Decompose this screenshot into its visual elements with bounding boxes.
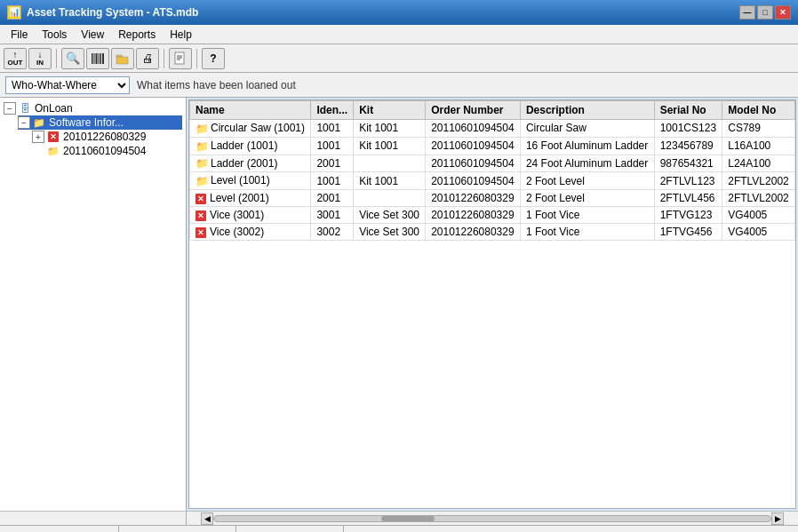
cell-desc: Circular Saw [520, 120, 654, 138]
cell-iden: 2001 [311, 155, 354, 172]
out-button[interactable]: ↑OUT [4, 48, 27, 69]
tree-node-order1[interactable]: + ✕ 20101226080329 [32, 130, 182, 144]
status-overdue: Overdue: 3 / $80.00 [119, 526, 235, 532]
cell-order: 20110601094504 [426, 137, 521, 155]
cell-name: 📁Level (1001) [190, 172, 311, 190]
table-row[interactable]: 📁Circular Saw (1001) 1001 Kit 1001 20110… [190, 120, 795, 138]
cell-iden: 1001 [311, 137, 354, 155]
cell-order: 20110601094504 [426, 120, 521, 138]
cell-serial: 987654321 [654, 155, 722, 172]
in-button[interactable]: ↓IN [28, 48, 52, 69]
error-icon-order1: ✕ [46, 131, 60, 143]
cell-desc: 2 Foot Level [520, 172, 654, 190]
cell-model: 2FTLVL2002 [722, 190, 795, 207]
cell-kit: Vice Set 300 [354, 224, 426, 241]
hscroll-track[interactable] [213, 515, 771, 522]
left-scroll-spacer [0, 512, 187, 525]
hscroll-thumb[interactable] [381, 516, 435, 521]
cell-kit: Vice Set 300 [354, 207, 426, 224]
minimize-button[interactable]: — [739, 5, 755, 20]
cell-iden: 2001 [311, 190, 354, 207]
tree-toggle-root[interactable]: − [4, 102, 16, 115]
status-stock: Stock: 8 / $500.00 [236, 526, 345, 532]
cell-iden: 3001 [311, 207, 354, 224]
col-iden[interactable]: Iden... [311, 101, 354, 120]
title-bar: 📊 Asset Tracking System - ATS.mdb — □ ✕ [0, 0, 798, 25]
error-row-icon: ✕ [196, 227, 206, 238]
cell-serial: 1FTVG456 [654, 224, 722, 241]
table-row[interactable]: ✕Vice (3002) 3002 Vice Set 300 201012260… [190, 224, 795, 241]
cell-serial: 123456789 [654, 137, 722, 155]
menu-reports[interactable]: Reports [111, 27, 163, 43]
cell-kit: Kit 1001 [354, 172, 426, 190]
maximize-button[interactable]: □ [757, 5, 773, 20]
cell-iden: 1001 [311, 172, 354, 190]
right-panel[interactable]: Name Iden... Kit Order Number Descriptio… [188, 99, 796, 509]
cell-kit [354, 190, 426, 207]
tree-toggle-software[interactable]: − [18, 116, 30, 129]
tree-root-node[interactable]: − 🗄 OnLoan [4, 101, 182, 115]
help-button[interactable]: ? [202, 48, 225, 69]
left-panel: − 🗄 OnLoan − 📁 Software Infor... + ✕ [0, 98, 187, 511]
table-row[interactable]: ✕Level (2001) 2001 20101226080329 2 Foot… [190, 190, 795, 207]
menu-view[interactable]: View [74, 27, 111, 43]
table-row[interactable]: 📁Ladder (2001) 2001 20110601094504 24 Fo… [190, 155, 795, 172]
menu-tools[interactable]: Tools [35, 27, 74, 43]
barcode-button[interactable] [86, 48, 109, 69]
cell-model: CS789 [722, 120, 795, 138]
toolbar-separator-1 [56, 49, 57, 68]
search-button[interactable]: 🔍 [61, 48, 84, 69]
tree-toggle-order2[interactable] [32, 145, 44, 157]
tree-toggle-order1[interactable]: + [32, 131, 44, 143]
scroll-right-btn[interactable]: ▶ [771, 512, 784, 525]
svg-rect-7 [116, 57, 128, 64]
tree-children-software: + ✕ 20101226080329 📁 20110601094504 [18, 130, 182, 158]
cell-name: ✕Vice (3002) [190, 224, 311, 241]
cell-model: L16A100 [722, 137, 795, 155]
cell-kit: Kit 1001 [354, 137, 426, 155]
col-kit[interactable]: Kit [354, 101, 426, 120]
toolbar-separator-3 [196, 49, 197, 68]
cell-kit [354, 155, 426, 172]
report-button[interactable] [169, 48, 192, 69]
folder-icon-software: 📁 [32, 116, 46, 129]
print-button[interactable]: 🖨 [136, 48, 159, 69]
table-row[interactable]: 📁Level (1001) 1001 Kit 1001 201106010945… [190, 172, 795, 190]
resize-grip[interactable]: ⠿ [784, 529, 798, 533]
data-table: Name Iden... Kit Order Number Descriptio… [189, 100, 795, 241]
close-button[interactable]: ✕ [775, 5, 791, 20]
cell-model: VG4005 [722, 224, 795, 241]
table-row[interactable]: ✕Vice (3001) 3001 Vice Set 300 201012260… [190, 207, 795, 224]
cell-desc: 2 Foot Level [520, 190, 654, 207]
col-order[interactable]: Order Number [426, 101, 521, 120]
filter-select[interactable]: Who-What-Where By Person By Item By Loca… [5, 76, 130, 94]
open-button[interactable] [111, 48, 134, 69]
svg-rect-2 [96, 53, 98, 64]
main-content: − 🗄 OnLoan − 📁 Software Infor... + ✕ [0, 98, 798, 511]
window-controls: — □ ✕ [739, 5, 791, 20]
scroll-left-btn[interactable]: ◀ [201, 512, 213, 525]
col-desc[interactable]: Description [520, 101, 654, 120]
table-row[interactable]: 📁Ladder (1001) 1001 Kit 1001 20110601094… [190, 137, 795, 155]
cell-model: L24A100 [722, 155, 795, 172]
tree-node-software[interactable]: − 📁 Software Infor... [18, 115, 182, 130]
menu-bar: File Tools View Reports Help [0, 25, 798, 44]
menu-file[interactable]: File [4, 27, 35, 43]
tree-label-order1: 20101226080329 [63, 131, 146, 143]
folder-row-icon: 📁 [196, 123, 208, 135]
col-serial[interactable]: Serial No [654, 101, 722, 120]
svg-rect-0 [92, 53, 93, 64]
tree-node-order2[interactable]: 📁 20110601094504 [32, 144, 182, 158]
status-onloan: OnLoan: 7 / $425.00 [0, 526, 119, 532]
cell-model: 2FTLVL2002 [722, 172, 795, 190]
window-title: Asset Tracking System - ATS.mdb [27, 6, 198, 19]
menu-help[interactable]: Help [163, 27, 199, 43]
col-model[interactable]: Model No [722, 101, 795, 120]
scrollbar-area: ◀ ▶ [0, 511, 798, 525]
cell-model: VG4005 [722, 207, 795, 224]
database-icon: 🗄 [18, 102, 32, 115]
svg-rect-3 [99, 53, 100, 64]
col-name[interactable]: Name [190, 101, 311, 120]
status-bar: OnLoan: 7 / $425.00 Overdue: 3 / $80.00 … [0, 525, 798, 532]
cell-name: 📁Circular Saw (1001) [190, 120, 311, 138]
